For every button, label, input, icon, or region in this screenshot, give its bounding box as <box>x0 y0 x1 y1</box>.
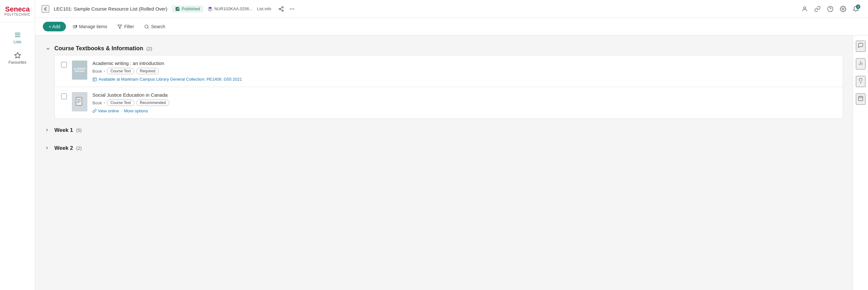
course-badge[interactable]: NUR102KAA.0256... <box>208 6 252 11</box>
calendar-icon <box>858 95 864 101</box>
availability-text-1: Available at Markham Campus Library Gene… <box>98 77 242 82</box>
right-sidebar <box>852 35 868 290</box>
svg-point-21 <box>76 26 77 27</box>
svg-rect-37 <box>859 96 863 101</box>
week1-header[interactable]: Week 1 (5) <box>45 124 843 137</box>
svg-point-20 <box>76 25 77 26</box>
more-options-button[interactable] <box>288 5 296 13</box>
comment-button[interactable] <box>856 41 865 52</box>
sidebar-item-lists[interactable]: Lists <box>0 28 35 48</box>
week2-chevron-right <box>45 146 51 151</box>
book-meta-1: Book • Course Text Required <box>92 68 836 74</box>
logo: Seneca Polytechnic <box>0 0 35 22</box>
week1-section: Week 1 (5) <box>45 124 843 137</box>
person-icon <box>802 6 808 12</box>
share-icon <box>278 6 284 12</box>
book-links-2: View online · More options <box>92 109 836 113</box>
book-tag-course-text-1[interactable]: Course Text <box>107 68 134 74</box>
svg-marker-22 <box>118 25 122 28</box>
week2-count: (2) <box>76 146 82 151</box>
section-count-textbooks: (2) <box>147 46 152 51</box>
chain-link-icon <box>92 109 97 113</box>
book-tag-course-text-2[interactable]: Course Text <box>107 99 134 106</box>
manage-items-button[interactable]: Manage items <box>68 22 111 31</box>
book-thumbnail-1: ACADEMICWRITING <box>72 60 87 80</box>
book-info-2: Social Justice Education in Canada Book … <box>92 92 836 113</box>
manage-items-label: Manage items <box>79 24 107 29</box>
link-icon <box>814 6 821 12</box>
svg-point-23 <box>145 25 148 28</box>
sidebar: Seneca Polytechnic Lists Favourites <box>0 0 35 290</box>
week2-title: Week 2 <box>54 145 73 151</box>
svg-rect-4 <box>176 7 179 11</box>
calendar-button[interactable] <box>856 93 865 105</box>
section-chevron-down <box>45 46 51 51</box>
toolbar: + Add Manage items Filter Search <box>35 18 868 35</box>
logo-polytechnic: Polytechnic <box>3 13 32 16</box>
search-button[interactable]: Search <box>141 22 169 31</box>
book-thumbnail-2 <box>72 92 87 111</box>
book-type-1: Book <box>92 69 102 74</box>
insights-button[interactable] <box>856 76 865 87</box>
sidebar-favourites-label: Favourites <box>8 60 26 65</box>
filter-button[interactable]: Filter <box>114 22 138 31</box>
svg-rect-28 <box>76 97 82 105</box>
question-icon <box>827 6 833 12</box>
published-label: Published <box>182 6 200 11</box>
book-tag-required-1[interactable]: Required <box>136 68 159 74</box>
link-button[interactable] <box>812 4 823 14</box>
list-info-link[interactable]: List info <box>257 6 272 11</box>
week1-count: (5) <box>76 128 82 133</box>
svg-point-6 <box>279 8 281 9</box>
help-button[interactable] <box>825 4 836 14</box>
more-icon <box>289 6 295 12</box>
svg-point-16 <box>842 8 844 9</box>
settings-button[interactable] <box>837 4 849 14</box>
add-button[interactable]: + Add <box>43 22 66 31</box>
notifications-button[interactable]: 4 <box>850 4 862 14</box>
header-actions <box>277 5 296 13</box>
search-icon <box>144 24 149 29</box>
sidebar-lists-label: Lists <box>13 40 22 44</box>
logo-seneca: Seneca <box>3 6 32 13</box>
star-icon <box>14 52 21 59</box>
svg-point-10 <box>290 8 291 9</box>
more-options-link[interactable]: More options <box>124 109 148 113</box>
book-checkbox-1[interactable] <box>61 62 67 67</box>
bulb-icon <box>858 78 864 84</box>
filter-label: Filter <box>124 24 134 29</box>
course-code-label: NUR102KAA.0256... <box>214 6 252 11</box>
search-label: Search <box>151 24 165 29</box>
filter-icon <box>117 24 122 29</box>
svg-point-7 <box>282 10 284 11</box>
book-title-1: Academic writing : an introduction <box>92 60 836 66</box>
analytics-button[interactable] <box>856 58 865 69</box>
svg-line-24 <box>148 28 149 28</box>
header-title: LEC101: Sample Course Resource List (Rol… <box>54 6 167 11</box>
document-icon <box>75 97 84 107</box>
week1-chevron-right <box>45 128 51 133</box>
svg-point-12 <box>293 8 294 9</box>
book-type-2: Book <box>92 100 102 105</box>
sidebar-nav: Lists Favourites <box>0 22 35 68</box>
book-tag-recommended-2[interactable]: Recommended <box>136 99 169 106</box>
course-textbooks-section-header[interactable]: Course Textbooks & Information (2) <box>45 42 843 55</box>
chart-icon <box>858 60 864 66</box>
book-checkbox-2[interactable] <box>61 93 67 99</box>
person-button[interactable] <box>799 4 810 14</box>
content-area: Course Textbooks & Information (2) ACADE… <box>35 35 852 290</box>
book-item-1: ACADEMICWRITING Academic writing : an in… <box>54 55 843 87</box>
back-button[interactable] <box>41 5 49 13</box>
list-icon <box>14 31 21 38</box>
book-meta-2: Book • Course Text Recommended <box>92 99 836 106</box>
view-online-link[interactable]: View online <box>92 109 119 113</box>
week2-header[interactable]: Week 2 (2) <box>45 142 843 154</box>
status-badge: Published <box>172 5 203 12</box>
book-title-2: Social Justice Education in Canada <box>92 92 836 98</box>
share-button[interactable] <box>277 5 285 13</box>
section-title-textbooks: Course Textbooks & Information <box>54 45 143 52</box>
sidebar-item-favourites[interactable]: Favourites <box>0 48 35 68</box>
svg-rect-25 <box>93 78 97 81</box>
book-availability-1: Available at Markham Campus Library Gene… <box>92 77 836 82</box>
notification-count: 4 <box>856 4 860 9</box>
